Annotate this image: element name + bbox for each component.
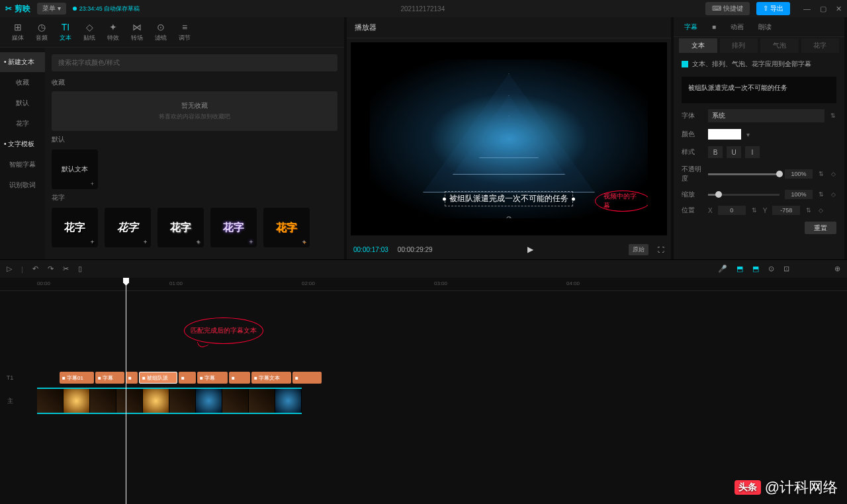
- style-btn-i[interactable]: I: [745, 146, 760, 158]
- side-tab-2[interactable]: 默认: [0, 93, 45, 113]
- text-clip[interactable]: ■ 字幕01: [60, 372, 94, 384]
- text-clip[interactable]: ■ 字幕: [197, 372, 228, 384]
- pos-y-input[interactable]: -758: [772, 206, 800, 215]
- inspector-tab-1[interactable]: ■: [707, 21, 721, 33]
- text-clip[interactable]: ■ 字幕文本: [251, 372, 291, 384]
- text-clip[interactable]: ■ 被组队派: [139, 372, 177, 384]
- chevron-down-icon[interactable]: ▾: [746, 131, 750, 138]
- preset-default-text[interactable]: 默认文本 +: [52, 149, 98, 189]
- inspector-tab-3[interactable]: 朗读: [753, 20, 777, 34]
- add-icon[interactable]: +: [144, 239, 147, 245]
- preset-huazi-3[interactable]: 花字+: [210, 208, 257, 247]
- timeline[interactable]: 00:0001:0002:0003:0004:00 匹配完成后的字幕文本 T1 …: [0, 278, 847, 504]
- checkbox-icon[interactable]: [682, 61, 688, 67]
- zoom-icon[interactable]: ⊕: [834, 265, 840, 273]
- font-select[interactable]: 系统: [708, 109, 825, 122]
- play-button[interactable]: ▶: [527, 245, 533, 254]
- pos-x-input[interactable]: 0: [718, 206, 746, 215]
- pointer-tool-icon[interactable]: ▷: [7, 265, 12, 273]
- tool-媒体[interactable]: ⊞媒体: [7, 20, 29, 44]
- add-icon[interactable]: +: [249, 239, 253, 245]
- preset-huazi-4[interactable]: 花字+: [263, 208, 310, 247]
- text-content-input[interactable]: 被组队派遣完成一次不可能的任务: [682, 77, 836, 103]
- ratio-select[interactable]: 原始: [629, 244, 648, 255]
- opacity-value[interactable]: 100%: [785, 169, 813, 179]
- maximize-icon[interactable]: ▢: [820, 5, 826, 13]
- stepper-icon[interactable]: ⇅: [830, 112, 836, 119]
- side-tab-6[interactable]: 识别歌词: [0, 175, 45, 195]
- add-icon[interactable]: +: [302, 239, 306, 245]
- mic-icon[interactable]: 🎤: [718, 265, 727, 273]
- toggle2-icon[interactable]: ⬒: [752, 265, 759, 273]
- inspector-subtab-3[interactable]: 花字: [801, 38, 840, 53]
- reset-button[interactable]: 重置: [805, 222, 836, 234]
- add-icon[interactable]: +: [91, 181, 94, 187]
- inspector-subtab-2[interactable]: 气泡: [760, 38, 799, 53]
- side-tab-4[interactable]: • 文字模板: [0, 134, 45, 154]
- split-icon[interactable]: ✂: [63, 265, 69, 273]
- link-icon[interactable]: ⊡: [783, 265, 789, 273]
- preset-huazi-2[interactable]: 花字+: [157, 208, 204, 247]
- scale-slider[interactable]: [708, 194, 780, 196]
- preview-viewport[interactable]: 被组队派遣完成一次不可能的任务 视频中的字幕 ⊘: [351, 42, 667, 235]
- video-clip[interactable]: 20211217.mp4 00:00:29:29: [37, 388, 302, 414]
- style-btn-b[interactable]: B: [708, 146, 723, 158]
- keyframe-icon[interactable]: ◇: [817, 207, 824, 214]
- fullscreen-icon[interactable]: ⛶: [658, 246, 664, 253]
- subtitle-overlay[interactable]: 被组队派遣完成一次不可能的任务: [445, 191, 573, 206]
- tool-转场[interactable]: ⋈转场: [126, 20, 148, 44]
- text-clip[interactable]: ■: [292, 372, 322, 384]
- tool-icon: ⊙: [157, 22, 165, 32]
- tool-调节[interactable]: ≡调节: [173, 20, 196, 44]
- tool-特效[interactable]: ✦特效: [102, 20, 124, 44]
- preset-huazi-0[interactable]: 花字+: [52, 208, 98, 247]
- inspector-tab-0[interactable]: 字幕: [679, 20, 703, 34]
- stepper-icon[interactable]: ⇅: [818, 171, 825, 177]
- keyframe-icon[interactable]: ◇: [830, 191, 836, 198]
- close-icon[interactable]: ✕: [836, 5, 842, 13]
- app-name: 剪映: [15, 3, 30, 15]
- tool-贴纸[interactable]: ◇贴纸: [78, 20, 101, 44]
- inspector-subtab-0[interactable]: 文本: [679, 38, 717, 53]
- text-clip[interactable]: ■: [126, 372, 138, 384]
- side-tab-5[interactable]: 智能字幕: [0, 155, 45, 175]
- color-swatch[interactable]: [708, 129, 741, 140]
- magnet-icon[interactable]: ⊙: [768, 265, 774, 273]
- search-input[interactable]: 搜索花字或颜色/样式: [52, 54, 337, 71]
- shortcuts-button[interactable]: ⌨ 快捷键: [705, 2, 750, 15]
- inspector-tab-2[interactable]: 动画: [725, 20, 749, 34]
- add-icon[interactable]: +: [197, 239, 200, 245]
- inspector-subtab-1[interactable]: 排列: [720, 38, 758, 53]
- tool-滤镜[interactable]: ⊙滤镜: [150, 20, 172, 44]
- redo-icon[interactable]: ↷: [48, 265, 54, 273]
- stepper-icon[interactable]: ⇅: [818, 191, 825, 198]
- delete-icon[interactable]: ▯: [78, 265, 82, 273]
- tool-icon: TI: [62, 22, 69, 32]
- scale-label: 缩放: [682, 190, 703, 199]
- keyframe-icon[interactable]: ◇: [830, 171, 836, 177]
- menu-dropdown[interactable]: 菜单 ▾: [37, 3, 66, 15]
- huazi-label: 花字: [52, 193, 337, 202]
- undo-icon[interactable]: ↶: [32, 265, 38, 273]
- scale-value[interactable]: 100%: [785, 190, 813, 199]
- apply-all-checkbox[interactable]: 文本、排列、气泡、花字应用到全部字幕: [674, 54, 844, 74]
- text-clip[interactable]: ■ 字幕: [95, 372, 124, 384]
- tool-音频[interactable]: ◷音频: [30, 20, 53, 44]
- opacity-slider[interactable]: [708, 173, 780, 175]
- style-btn-u[interactable]: U: [727, 146, 741, 158]
- text-clip[interactable]: ■: [229, 372, 250, 384]
- tool-icon: ✦: [109, 22, 117, 32]
- text-clip[interactable]: ■: [179, 372, 196, 384]
- add-icon[interactable]: +: [91, 239, 94, 245]
- tool-文本[interactable]: TI文本: [54, 20, 77, 44]
- preset-huazi-1[interactable]: 花字+: [105, 208, 151, 247]
- side-tab-1[interactable]: 收藏: [0, 73, 45, 93]
- minimize-icon[interactable]: —: [803, 5, 811, 13]
- text-track[interactable]: T1 ■ 字幕01■ 字幕■■ 被组队派■■ 字幕■■ 字幕文本■: [0, 370, 847, 385]
- export-button[interactable]: ⇧ 导出: [756, 2, 790, 15]
- side-tab-3[interactable]: 花字: [0, 114, 45, 134]
- playhead[interactable]: [126, 278, 126, 504]
- video-track[interactable]: 主 20211217.mp4 00:00:29:29: [0, 388, 847, 414]
- toggle1-icon[interactable]: ⬒: [736, 265, 743, 273]
- side-tab-0[interactable]: • 新建文本: [0, 52, 45, 72]
